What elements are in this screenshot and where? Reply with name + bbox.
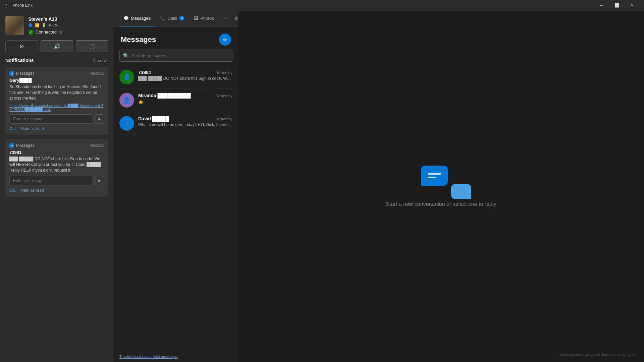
conversation-name-miranda: Miranda ██████████ bbox=[138, 93, 191, 98]
photos-tab-icon: 🖼 bbox=[194, 16, 198, 21]
device-avatar bbox=[5, 16, 24, 35]
notification-call-button-1[interactable]: Call bbox=[9, 126, 16, 131]
conversation-item-miranda[interactable]: 👤 Miranda ██████████ Yesterday 👍 bbox=[114, 89, 238, 112]
device-avatar-image bbox=[5, 16, 24, 35]
signal-icon: 📶 bbox=[35, 23, 40, 27]
messages-title: Messages bbox=[121, 35, 156, 44]
chat-bubble-secondary bbox=[451, 184, 471, 199]
device-details: Steven's A13 🔵 📶 🔋 100% Connected ⟳ bbox=[28, 16, 108, 35]
conversation-item-david[interactable]: 👤 David █████ Yesterday What time will h… bbox=[114, 112, 238, 135]
notification-date-1: 4/6/2023 bbox=[90, 71, 104, 75]
conversation-preview-miranda: 👍 bbox=[138, 99, 232, 104]
volume-button[interactable]: 🔊 bbox=[41, 40, 73, 52]
notification-date-2: 4/6/2023 bbox=[90, 143, 104, 147]
search-input[interactable] bbox=[131, 53, 229, 58]
conversation-avatar-miranda: 👤 bbox=[119, 93, 134, 108]
notification-link-1[interactable]: https://www.zillow.com/homedetails/████-… bbox=[9, 104, 104, 112]
silent-button[interactable]: ⊘ bbox=[5, 40, 38, 52]
close-button[interactable]: ✕ bbox=[625, 0, 640, 11]
messages-footer: Troubleshoot issues with messages bbox=[114, 351, 238, 362]
conversation-item-73981[interactable]: 👤 73981 Yesterday ███ █████ DO NOT share… bbox=[114, 66, 238, 89]
chat-lines bbox=[428, 173, 441, 178]
right-panel-footer: Network messaging and data rates may app… bbox=[560, 353, 636, 357]
titlebar-controls: ─ ⬜ ✕ bbox=[594, 0, 640, 11]
music-button[interactable]: 🎵 bbox=[76, 40, 108, 52]
notification-header-1: M Messages 4/6/2023 bbox=[9, 71, 104, 76]
conversation-top-73981: 73981 Yesterday bbox=[138, 70, 232, 75]
tab-messages[interactable]: 💬 Messages bbox=[119, 11, 155, 26]
notification-actions-2: Call Mark as read bbox=[9, 188, 104, 193]
calls-tab-icon: 📞 bbox=[160, 16, 165, 21]
notification-send-button-2[interactable]: ➤ bbox=[94, 176, 104, 185]
new-message-button[interactable]: ✏ bbox=[219, 34, 231, 46]
conversation-content-miranda: Miranda ██████████ Yesterday 👍 bbox=[138, 93, 232, 104]
conversation-preview-73981: ███ █████ DO NOT share this Sign In code… bbox=[138, 76, 232, 81]
connected-indicator bbox=[28, 29, 34, 35]
action-buttons: ⊘ 🔊 🎵 bbox=[0, 40, 114, 58]
tab-bar: 💬 Messages 📞 Calls 9 🖼 Photos ··· ⚙ bbox=[114, 11, 238, 27]
messages-panel: Messages ✏ 🔍 👤 73981 Yesterday bbox=[114, 27, 238, 362]
notification-call-button-2[interactable]: Call bbox=[9, 188, 16, 193]
notification-send-button-1[interactable]: ➤ bbox=[94, 114, 104, 124]
app-icon: 📱 bbox=[4, 3, 10, 8]
calls-tab-badge: 9 bbox=[179, 16, 184, 20]
notification-actions-1: Call Mark as read bbox=[9, 126, 104, 131]
conversation-top-david: David █████ Yesterday bbox=[138, 116, 232, 121]
notifications-title: Notifications bbox=[5, 58, 34, 63]
device-status-row: 🔵 📶 🔋 100% bbox=[28, 23, 108, 27]
notification-header-2: M Messages 4/6/2023 bbox=[9, 143, 104, 148]
minimize-button[interactable]: ─ bbox=[594, 0, 609, 11]
conversation-time-miranda: Yesterday bbox=[216, 94, 232, 98]
messages-source-icon-2: M bbox=[9, 143, 14, 148]
titlebar-left: 📱 Phone Link bbox=[4, 3, 33, 8]
refresh-button[interactable]: ⟳ bbox=[59, 29, 63, 35]
avatar-icon-73981: 👤 bbox=[123, 73, 130, 81]
conversation-name-david: David █████ bbox=[138, 116, 169, 121]
source-label-1: Messages bbox=[16, 71, 35, 76]
messages-source-icon-1: M bbox=[9, 71, 14, 76]
left-panel: Steven's A13 🔵 📶 🔋 100% Connected ⟳ ⊘ 🔊 … bbox=[0, 11, 114, 362]
conversation-top-miranda: Miranda ██████████ Yesterday bbox=[138, 93, 232, 98]
messages-tab-icon: 💬 bbox=[123, 16, 129, 21]
conversation-name-73981: 73981 bbox=[138, 70, 151, 75]
device-info: Steven's A13 🔵 📶 🔋 100% Connected ⟳ bbox=[0, 11, 114, 40]
clear-all-button[interactable]: Clear all bbox=[92, 58, 108, 63]
restore-button[interactable]: ⬜ bbox=[609, 0, 625, 11]
more-options-button[interactable]: ··· bbox=[221, 14, 230, 23]
battery-percent: 100% bbox=[48, 23, 58, 27]
avatar-icon-david: 👤 bbox=[123, 120, 130, 127]
notifications-header: Notifications Clear all bbox=[5, 58, 108, 63]
notification-body-1: So Shanda has been looking at Houses. Sh… bbox=[9, 84, 104, 101]
notification-card-2: M Messages 4/6/2023 73981 ███ █████ DO N… bbox=[5, 139, 108, 196]
app-title: Phone Link bbox=[12, 3, 33, 8]
conversation-time-73981: Yesterday bbox=[216, 71, 232, 75]
tab-photos[interactable]: 🖼 Photos bbox=[190, 11, 218, 26]
notification-body-2: ███ █████ DO NOT share this Sign In code… bbox=[9, 156, 104, 173]
avatar-icon-miranda: 👤 bbox=[123, 97, 130, 104]
battery-icon: 🔋 bbox=[42, 23, 46, 27]
calls-tab-label: Calls bbox=[167, 16, 177, 21]
notification-reply-input-2[interactable] bbox=[9, 176, 92, 185]
notification-sender-1: Gary████ bbox=[9, 78, 104, 83]
chat-bubble-main bbox=[421, 166, 448, 186]
notification-source-1: M Messages bbox=[9, 71, 35, 76]
titlebar: 📱 Phone Link ─ ⬜ ✕ bbox=[0, 0, 644, 11]
search-box: 🔍 bbox=[119, 50, 232, 62]
tab-calls[interactable]: 📞 Calls 9 bbox=[156, 11, 189, 26]
troubleshoot-link[interactable]: Troubleshoot issues with messages bbox=[119, 355, 178, 359]
source-label-2: Messages bbox=[16, 143, 35, 148]
notification-input-row-1: ➤ bbox=[9, 114, 104, 124]
notification-read-button-1[interactable]: Mark as read bbox=[20, 126, 44, 131]
chat-line-1 bbox=[428, 173, 441, 175]
right-panel: Start a new conversation or select one t… bbox=[238, 11, 644, 362]
notification-source-2: M Messages bbox=[9, 143, 35, 148]
conversation-preview-david: What time will he be here today? FYI, Ni… bbox=[138, 122, 232, 127]
messages-tab-label: Messages bbox=[131, 16, 151, 21]
conversation-avatar-73981: 👤 bbox=[119, 70, 134, 84]
notification-reply-input-1[interactable] bbox=[9, 114, 92, 124]
notification-read-button-2[interactable]: Mark as read bbox=[20, 188, 44, 193]
connected-text: Connected bbox=[36, 29, 57, 35]
conversation-avatar-david: 👤 bbox=[119, 116, 134, 131]
app-body: Steven's A13 🔵 📶 🔋 100% Connected ⟳ ⊘ 🔊 … bbox=[0, 11, 644, 362]
conversation-content-73981: 73981 Yesterday ███ █████ DO NOT share t… bbox=[138, 70, 232, 81]
